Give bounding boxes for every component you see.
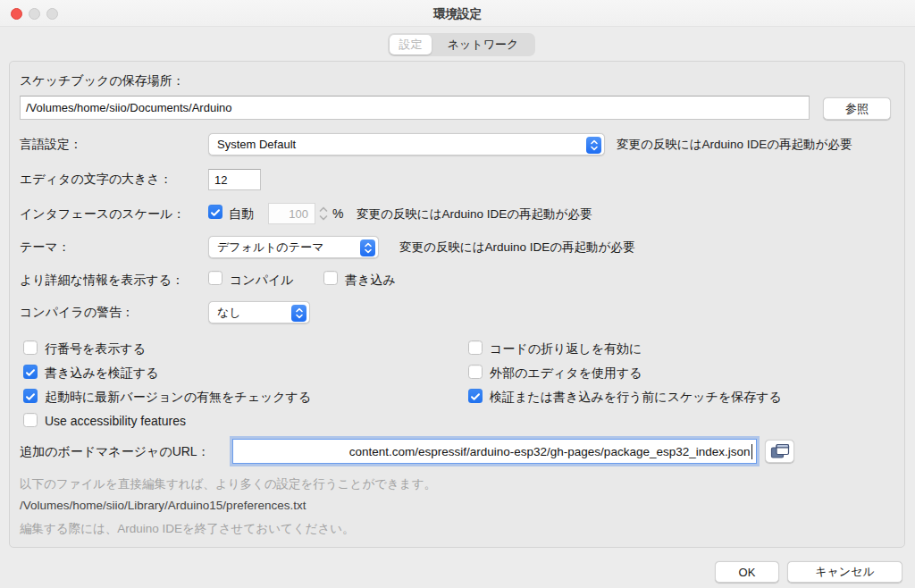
scale-unit: % bbox=[332, 206, 343, 221]
external-editor-checkbox[interactable] bbox=[468, 365, 483, 379]
language-select[interactable]: System Default bbox=[208, 133, 605, 155]
scale-label: インタフェースのスケール： bbox=[20, 206, 185, 223]
check-updates-label: 起動時に最新バージョンの有無をチェックする bbox=[45, 390, 311, 406]
tab-network[interactable]: ネットワーク bbox=[434, 35, 532, 55]
warnings-value: なし bbox=[217, 305, 241, 321]
save-before-checkbox[interactable] bbox=[468, 389, 483, 403]
code-wrap-checkbox[interactable] bbox=[468, 340, 483, 355]
warnings-label: コンパイラの警告： bbox=[20, 305, 134, 321]
browse-button[interactable]: 参照 bbox=[823, 97, 891, 120]
window-title: 環境設定 bbox=[0, 6, 915, 22]
font-size-value: 12 bbox=[214, 173, 227, 187]
scale-value-input: 100 bbox=[268, 203, 315, 224]
external-editor-label: 外部のエディタを使用する bbox=[490, 365, 642, 382]
warnings-select[interactable]: なし bbox=[208, 301, 310, 323]
theme-select[interactable]: デフォルトのテーマ bbox=[208, 236, 379, 258]
tab-bar: 設定 ネットワーク bbox=[388, 33, 535, 56]
font-size-input[interactable]: 12 bbox=[208, 169, 261, 190]
verify-upload-label: 書き込みを検証する bbox=[45, 365, 159, 382]
chevron-up-down-icon bbox=[586, 137, 601, 154]
save-before-label: 検証または書き込みを行う前にスケッチを保存する bbox=[490, 390, 782, 406]
tab-settings[interactable]: 設定 bbox=[390, 35, 432, 55]
scale-auto-checkbox[interactable] bbox=[208, 205, 222, 219]
verbose-upload-label: 書き込み bbox=[345, 273, 396, 289]
verbose-label: より詳細な情報を表示する： bbox=[20, 273, 184, 289]
verify-upload-checkbox[interactable] bbox=[23, 365, 38, 379]
sketchbook-label: スケッチブックの保存場所： bbox=[20, 73, 185, 89]
language-label: 言語設定： bbox=[20, 137, 82, 153]
theme-label: テーマ： bbox=[20, 239, 71, 256]
footer-hint-1: 以下のファイルを直接編集すれば、より多くの設定を行うことができます。 bbox=[20, 476, 436, 492]
line-numbers-label: 行番号を表示する bbox=[45, 341, 146, 357]
language-restart-note: 変更の反映にはArduino IDEの再起動が必要 bbox=[617, 137, 852, 153]
boards-url-value: content.com/espressif/arduino-esp32/gh-p… bbox=[349, 445, 751, 458]
code-wrap-label: コードの折り返しを有効に bbox=[490, 341, 642, 357]
line-numbers-checkbox[interactable] bbox=[23, 340, 38, 355]
boards-url-input[interactable]: content.com/espressif/arduino-esp32/gh-p… bbox=[232, 439, 757, 464]
chevron-up-down-icon bbox=[291, 305, 306, 322]
accessibility-label: Use accessibility features bbox=[45, 414, 186, 428]
theme-restart-note: 変更の反映にはArduino IDEの再起動が必要 bbox=[399, 239, 634, 256]
preferences-file-path: /Volumes/home/siio/Library/Arduino15/pre… bbox=[20, 499, 306, 512]
verbose-upload-checkbox[interactable] bbox=[323, 271, 338, 285]
cancel-button[interactable]: キャンセル bbox=[787, 561, 902, 583]
windows-icon bbox=[770, 443, 790, 459]
theme-value: デフォルトのテーマ bbox=[217, 239, 323, 256]
accessibility-checkbox[interactable] bbox=[23, 413, 38, 427]
text-caret bbox=[751, 444, 753, 459]
scale-value: 100 bbox=[289, 207, 308, 221]
open-urls-window-button[interactable] bbox=[765, 440, 794, 463]
check-updates-checkbox[interactable] bbox=[23, 389, 38, 403]
sketchbook-path-value: /Volumes/home/siio/Documents/Arduino bbox=[26, 101, 232, 114]
scale-auto-label: 自動 bbox=[229, 206, 254, 223]
verbose-compile-label: コンパイル bbox=[230, 273, 294, 289]
footer-hint-2: 編集する際には、Arduino IDEを終了させておいてください。 bbox=[20, 521, 355, 537]
preferences-dialog: 環境設定 設定 ネットワーク スケッチブックの保存場所： /Volumes/ho… bbox=[0, 0, 915, 588]
scale-restart-note: 変更の反映にはArduino IDEの再起動が必要 bbox=[357, 206, 592, 223]
language-value: System Default bbox=[217, 138, 296, 151]
sketchbook-path-input[interactable]: /Volumes/home/siio/Documents/Arduino bbox=[20, 96, 810, 120]
font-size-label: エディタの文字の大きさ： bbox=[20, 172, 172, 188]
ok-button[interactable]: OK bbox=[715, 561, 779, 583]
verbose-compile-checkbox[interactable] bbox=[208, 271, 222, 285]
boards-url-label: 追加のボードマネージャのURL： bbox=[20, 444, 210, 460]
chevron-up-down-icon bbox=[360, 239, 375, 256]
title-bar: 環境設定 bbox=[0, 0, 915, 27]
scale-stepper bbox=[317, 203, 330, 228]
